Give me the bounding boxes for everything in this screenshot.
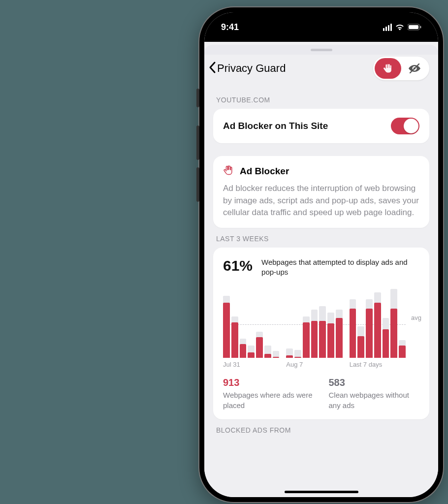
site-section-header: YOUTUBE.COM	[216, 96, 426, 104]
chart-bar	[327, 313, 334, 358]
wifi-icon	[395, 24, 405, 31]
chart-bar	[311, 310, 318, 358]
ad-blocker-mode[interactable]	[375, 58, 401, 79]
stats-card: 61% Webpages that attempted to display a…	[213, 248, 429, 419]
side-button	[196, 89, 199, 107]
site-toggle-label: Ad Blocker on This Site	[223, 121, 328, 131]
mode-segmented-control	[373, 57, 429, 80]
status-time: 9:41	[221, 22, 239, 32]
chart-group	[223, 296, 279, 358]
chart-group	[286, 306, 342, 358]
volume-up-button	[196, 126, 199, 160]
top-nav: Privacy Guard	[204, 55, 438, 85]
chevron-left-icon	[208, 61, 217, 76]
avg-label: avg	[411, 314, 421, 321]
content-scroll[interactable]: YOUTUBE.COM Ad Blocker on This Site Ad B…	[204, 85, 438, 497]
summary-value: 913	[223, 377, 314, 388]
eye-off-icon	[408, 63, 421, 74]
volume-down-button	[196, 167, 199, 202]
chart-x-axis: Jul 31Aug 7Last 7 days	[223, 361, 419, 368]
chart-bar	[390, 289, 397, 358]
cellular-icon	[383, 24, 392, 31]
chart-bar	[264, 346, 271, 358]
chart-bar	[223, 296, 230, 358]
home-indicator[interactable]	[285, 491, 358, 493]
status-right	[383, 24, 421, 31]
summary-clean-pages: 583 Clean webpages without any ads	[329, 377, 420, 410]
chart-bar	[357, 326, 364, 358]
x-axis-label: Jul 31	[223, 361, 279, 368]
hand-stop-icon	[223, 165, 234, 178]
summary-value: 583	[329, 377, 420, 388]
summary-caption: Clean webpages without any ads	[329, 390, 420, 410]
summary-ads-pages: 913 Webpages where ads were placed	[223, 377, 314, 410]
phone-frame: 9:41 Privacy Guard	[199, 7, 443, 502]
info-description: Ad blocker reduces the interruption of w…	[223, 183, 419, 219]
chart-bar	[231, 316, 238, 358]
anti-tracking-mode[interactable]	[401, 58, 428, 79]
summary-caption: Webpages where ads were placed	[223, 390, 314, 410]
blocked-section-header: BLOCKED ADS FROM	[216, 426, 426, 434]
chart-bar	[273, 351, 280, 358]
chart-bar	[286, 348, 293, 358]
chart-bar	[336, 310, 343, 358]
ad-blocker-info-card: Ad Blocker Ad blocker reduces the interr…	[213, 156, 429, 228]
x-axis-label: Last 7 days	[350, 361, 406, 368]
x-axis-label: Aug 7	[286, 361, 342, 368]
chart-bar	[366, 299, 373, 358]
chart-bar	[374, 292, 381, 358]
dynamic-island	[287, 19, 356, 37]
chart-bar	[240, 339, 247, 358]
chart-bar	[399, 340, 406, 358]
svg-rect-2	[420, 26, 421, 29]
chart-bar	[303, 316, 310, 358]
hand-stop-icon	[383, 63, 393, 74]
status-bar: 9:41	[204, 12, 438, 42]
site-toggle-switch[interactable]	[391, 118, 419, 134]
stats-percent: 61%	[223, 257, 253, 274]
chart-bar	[256, 332, 263, 358]
chart-bar	[319, 306, 326, 358]
ads-bar-chart: avg	[223, 284, 419, 358]
phone-screen: 9:41 Privacy Guard	[204, 12, 438, 497]
stats-summary: 913 Webpages where ads were placed 583 C…	[223, 377, 419, 410]
battery-icon	[408, 24, 421, 31]
svg-rect-1	[409, 25, 418, 29]
site-toggle-card: Ad Blocker on This Site	[213, 109, 429, 143]
back-button[interactable]: Privacy Guard	[208, 61, 286, 76]
chart-group	[350, 289, 406, 358]
info-title: Ad Blocker	[240, 166, 289, 177]
period-section-header: LAST 3 WEEKS	[216, 235, 426, 243]
chart-bar	[294, 350, 301, 358]
chart-bar	[350, 299, 356, 358]
stats-percent-caption: Webpages that attempted to display ads a…	[261, 257, 419, 278]
sheet-handle-area	[204, 45, 438, 55]
switch-knob	[404, 119, 418, 133]
sheet-handle[interactable]	[311, 49, 332, 51]
chart-bar	[383, 318, 389, 358]
back-label: Privacy Guard	[217, 62, 286, 75]
chart-bar	[248, 346, 255, 358]
